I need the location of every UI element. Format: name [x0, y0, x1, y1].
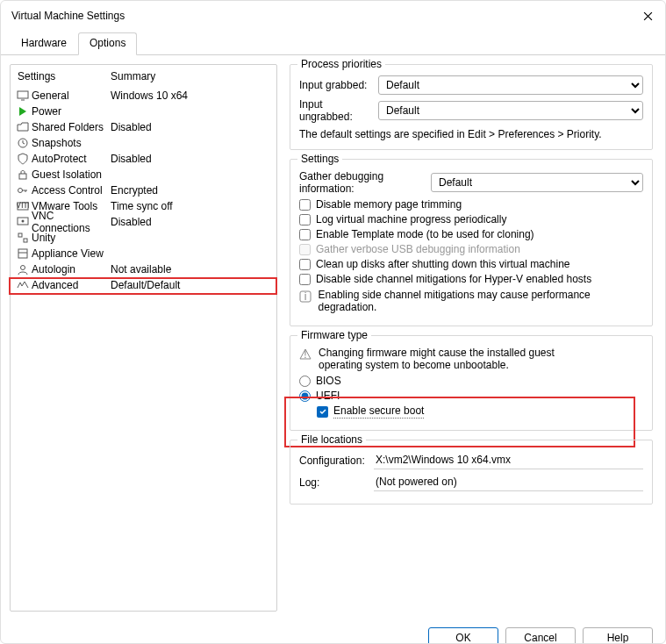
settings-row-shared-folders[interactable]: Shared FoldersDisabled — [11, 119, 276, 135]
checkbox-disable-memory-trimming[interactable] — [299, 199, 311, 211]
row-label: VNC Connections — [32, 210, 111, 234]
legend-settings: Settings — [297, 153, 342, 165]
svg-rect-11 — [18, 233, 22, 237]
select-input-ungrabbed[interactable]: Default — [378, 101, 643, 120]
tab-options[interactable]: Options — [78, 32, 137, 55]
settings-header: Settings Summary — [11, 65, 276, 88]
row-summary: Disabled — [111, 153, 273, 165]
settings-row-access-control[interactable]: Access ControlEncrypted — [11, 182, 276, 198]
svg-rect-3 — [19, 174, 26, 179]
unity-icon — [14, 232, 32, 244]
row-summary: Disabled — [111, 121, 273, 133]
row-label: Shared Folders — [32, 121, 111, 133]
row-summary: Windows 10 x64 — [111, 89, 273, 102]
monitor-icon — [14, 89, 32, 102]
legend-fileloc: File locations — [297, 433, 366, 446]
header-settings: Settings — [14, 70, 111, 82]
lock-icon — [14, 168, 32, 181]
warning-icon: ! — [299, 348, 313, 363]
label-cb2: Log virtual machine progress periodicall… — [316, 213, 506, 225]
svg-point-4 — [18, 189, 23, 193]
appliance-icon — [14, 247, 32, 260]
window-title: Virtual Machine Settings — [11, 10, 125, 22]
vnc-icon — [14, 216, 32, 228]
settings-row-guest-isolation[interactable]: Guest Isolation — [11, 167, 276, 182]
svg-point-15 — [21, 266, 25, 270]
legend-priorities: Process priorities — [297, 58, 385, 70]
label-cb4: Gather verbose USB debugging information — [316, 243, 520, 255]
label-cb1: Disable memory page trimming — [316, 198, 462, 211]
clock-icon — [14, 137, 32, 149]
svg-rect-13 — [18, 249, 27, 258]
label-input-grabbed: Input grabbed: — [299, 79, 378, 91]
checkbox-template-mode[interactable] — [299, 229, 311, 240]
settings-row-unity[interactable]: Unity — [11, 230, 276, 246]
ok-button[interactable]: OK — [428, 627, 498, 644]
settings-row-appliance-view[interactable]: Appliance View — [11, 246, 276, 261]
checkbox-verbose-usb — [299, 244, 311, 255]
row-label: General — [32, 89, 111, 102]
label-secure-boot: Enable secure boot — [333, 404, 424, 419]
checkbox-log-progress[interactable] — [299, 214, 311, 225]
row-label: Access Control — [32, 184, 111, 197]
group-process-priorities: Process priorities Input grabbed: Defaul… — [290, 64, 653, 150]
settings-list: Settings Summary GeneralWindows 10 x64Po… — [10, 64, 277, 612]
settings-row-vnc-connections[interactable]: VNC ConnectionsDisabled — [11, 214, 276, 230]
row-label: Power — [32, 105, 111, 118]
label-bios: BIOS — [316, 375, 341, 387]
row-label: Advanced — [32, 279, 111, 291]
radio-uefi[interactable] — [299, 390, 311, 402]
play-icon — [14, 105, 32, 118]
settings-row-autologin[interactable]: AutologinNot available — [11, 261, 276, 277]
shield-icon — [14, 153, 32, 165]
help-button[interactable]: Help — [583, 627, 653, 644]
info-icon: i — [299, 290, 313, 305]
row-summary: Not available — [111, 263, 273, 275]
settings-row-snapshots[interactable]: Snapshots — [11, 135, 276, 151]
checkbox-disable-side-channel[interactable] — [299, 274, 311, 285]
group-settings: Settings Gather debugging information: D… — [290, 159, 653, 326]
row-summary: Default/Default — [111, 279, 273, 291]
svg-text:vm: vm — [17, 200, 29, 211]
settings-row-advanced[interactable]: AdvancedDefault/Default — [11, 277, 276, 293]
close-button[interactable] — [639, 7, 656, 25]
label-uefi: UEFI — [316, 390, 340, 402]
side-channel-warning: Enabling side channel mitigations may ca… — [319, 289, 643, 313]
advanced-icon — [14, 279, 32, 291]
radio-bios[interactable] — [299, 376, 311, 387]
right-panel: Process priorities Input grabbed: Defaul… — [286, 64, 656, 612]
settings-row-general[interactable]: GeneralWindows 10 x64 — [11, 88, 276, 104]
label-cb5: Clean up disks after shutting down this … — [316, 258, 569, 270]
vm-icon: vm — [14, 200, 32, 212]
label-cb6: Disable side channel mitigations for Hyp… — [316, 273, 591, 285]
checkbox-secure-boot[interactable] — [317, 406, 328, 418]
priorities-info-text: The default settings are specified in Ed… — [299, 128, 643, 140]
value-log: (Not powered on) — [374, 473, 643, 491]
group-file-locations: File locations Configuration: X:\vm2\Win… — [290, 440, 653, 504]
label-configuration: Configuration: — [299, 454, 374, 467]
label-debug-info: Gather debugging information: — [299, 170, 431, 195]
label-cb3: Enable Template mode (to be used for clo… — [316, 228, 534, 240]
checkbox-cleanup-disks[interactable] — [299, 259, 311, 270]
label-log: Log: — [299, 476, 374, 489]
cancel-button[interactable]: Cancel — [505, 627, 576, 644]
select-input-grabbed[interactable]: Default — [378, 75, 643, 95]
header-summary: Summary — [111, 70, 273, 82]
close-icon — [643, 11, 653, 21]
legend-firmware: Firmware type — [297, 329, 371, 341]
row-summary: Encrypted — [111, 184, 273, 197]
row-label: Guest Isolation — [32, 168, 111, 181]
folder-icon — [14, 121, 32, 133]
group-firmware-type: Firmware type ! Changing firmware might … — [290, 335, 653, 431]
tab-hardware[interactable]: Hardware — [10, 32, 78, 54]
select-debug-info[interactable]: Default — [431, 173, 643, 192]
row-label: Unity — [32, 232, 111, 244]
svg-point-10 — [22, 220, 25, 223]
settings-row-autoprotect[interactable]: AutoProtectDisabled — [11, 151, 276, 167]
svg-text:i: i — [304, 290, 307, 303]
label-input-ungrabbed: Input ungrabbed: — [299, 98, 378, 123]
settings-row-power[interactable]: Power — [11, 104, 276, 119]
firmware-warning: Changing firmware might cause the instal… — [319, 347, 564, 371]
row-label: Snapshots — [32, 137, 111, 149]
svg-rect-12 — [24, 239, 27, 242]
